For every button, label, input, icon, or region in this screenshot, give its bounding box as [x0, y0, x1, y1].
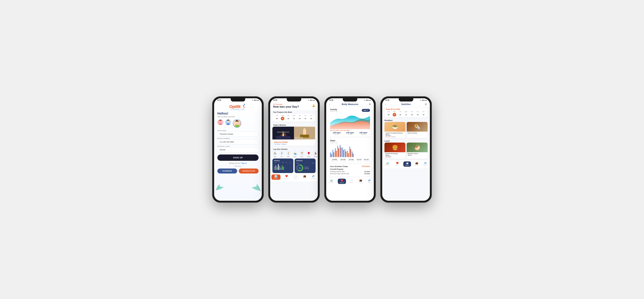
time-display-2: 12:00	[273, 99, 277, 101]
gym-icon: 🏋️	[300, 151, 304, 156]
nav-body-meals[interactable]: 🍽️ MEALS	[348, 179, 355, 184]
steps-date: Today 02 Jun	[330, 142, 370, 144]
nav-meals[interactable]: 🍽️ MEALS	[292, 174, 299, 180]
day-btn[interactable]: DAY ▾	[362, 109, 370, 112]
username-input[interactable]: Theodore Handle	[217, 132, 258, 136]
nav-work[interactable]: 💼 WORK	[302, 174, 308, 180]
dashboard-content: Hi Carnegie, How wes your Day? 🔔 Your Pr…	[270, 102, 318, 201]
day-sat[interactable]: SAT14	[309, 115, 313, 120]
day-thu[interactable]: THU12	[298, 115, 302, 120]
workout-title: Today's Workout	[270, 123, 318, 127]
nav-nutr-health[interactable]: ❤️ HEALTH	[394, 161, 401, 167]
day-wed[interactable]: WED11	[292, 115, 296, 120]
nav-nutr-meals[interactable]: 🍽️ MEALS	[403, 161, 411, 167]
act-name-1: Squatting with the Ball	[330, 171, 344, 172]
log-title: Log other Activites	[270, 147, 318, 151]
bell-icon[interactable]: 🔔	[312, 104, 315, 107]
already-text: Already did this? Sign In	[229, 162, 247, 164]
meal-card-burger[interactable]: 🍔 Bread Cheeseburger 242 Cal 572 Protein…	[384, 143, 406, 159]
activity-chart-svg	[330, 113, 370, 129]
phone-dashboard: 12:00 ▲ ◀ ◆ ▬▬ Hi Carnegie, How wes your…	[268, 96, 320, 203]
meal-card-burrito[interactable]: 🌯 Burrito Chicken	[407, 122, 428, 138]
steps-bar-chart	[330, 145, 370, 158]
signup-button[interactable]: SIGN UP	[217, 154, 258, 161]
act-title: Activity	[330, 108, 338, 111]
meal-card-basil[interactable]: 🥙 Basil blur Chees... 146 Cal	[407, 143, 428, 159]
nutr-settings-icon[interactable]: ⚙	[425, 103, 427, 106]
nutr-day-thu[interactable]: THU12	[410, 111, 414, 117]
activity-zumba[interactable]: 💃 Zumba	[313, 151, 318, 157]
body-meals-icon: 🍽️	[350, 179, 353, 182]
nav-body-work[interactable]: 💼 WORK	[358, 179, 364, 184]
nutr-day-sun[interactable]: SUN08	[387, 111, 390, 117]
phone-screen-nutrition: 12:00 ▲ ◀ ◆ ▬▬ ‹ Nutrition ⚙ Today 09 Ju…	[382, 98, 430, 201]
activity-boxing[interactable]: 🥊 Boxing	[306, 151, 311, 157]
day-fri[interactable]: FRI13	[304, 115, 307, 120]
act-program-title: Crossfit Program:	[330, 168, 370, 170]
social-buttons: FACEBOOK GOOGLE PLUS	[217, 168, 258, 173]
logo-text: Optifit	[229, 104, 240, 109]
week-calendar: SUN08 MON09 TUE10 WED11 THU12 FRI13 SAT1…	[272, 114, 316, 122]
activity-run[interactable]: 🏃 Run	[279, 151, 284, 157]
referral-input[interactable]: 346784	[217, 147, 258, 152]
avatar-male2[interactable]	[233, 119, 241, 128]
dash-header: Hi Carnegie, How wes your Day? 🔔	[270, 102, 318, 110]
hbp-label: HBP +24% CMPR	[330, 130, 339, 131]
nav-body-activity[interactable]: 📊 ACTIVITY	[328, 179, 335, 184]
day-mon[interactable]: MON09	[281, 115, 284, 120]
nutr-sleep-icon: 💤	[424, 162, 427, 164]
act-title-row: Activity Today 02 Jun DAY ▾	[330, 108, 370, 112]
day-tue[interactable]: TUE10	[286, 115, 290, 120]
nav-body-sleep[interactable]: 💤 SLEEP	[366, 179, 372, 184]
gym-label: Gym	[301, 156, 303, 157]
facebook-button[interactable]: FACEBOOK	[217, 168, 237, 173]
nutr-day-wed[interactable]: WED11	[404, 111, 408, 117]
avatar-male1[interactable]	[225, 119, 231, 125]
carrots-img: 🥗	[384, 122, 406, 132]
nav-sleep[interactable]: 💤 SLEEP	[310, 174, 316, 180]
nav-body-health-label: HEALTH	[340, 182, 344, 183]
body-measures-title: Body Measures	[342, 103, 358, 106]
basil-macros: 146 Cal	[408, 155, 427, 156]
nutr-back-arrow[interactable]: ‹	[385, 103, 386, 106]
workout-name: Superset Soldier	[274, 141, 288, 143]
mobile-input[interactable]: (+1) 244 254 3845	[217, 140, 258, 144]
chart-stats: 120 bpm Average 130 bpm Minimal 140 bpm …	[330, 132, 370, 135]
back-arrow[interactable]: ‹	[329, 103, 330, 106]
nutrients-card: Nutrients Sugar Fats 55g Carbs ■	[295, 159, 316, 173]
google-button[interactable]: GOOGLE PLUS	[239, 168, 258, 173]
body-activity-icon: 📊	[330, 179, 333, 182]
nav-activity[interactable]: 📊 ACTIVITY	[272, 174, 280, 180]
nav-nutr-sleep[interactable]: 💤 SLEEP	[422, 161, 428, 167]
activity-cycle[interactable]: 🚴 Cycle	[272, 151, 277, 157]
signin-link[interactable]: Sign In	[242, 162, 247, 164]
nutr-day-mon[interactable]: MON09	[393, 111, 396, 117]
calories-card: Calories Mon Tue Wed Thu Fri	[272, 159, 293, 173]
nav-body-health[interactable]: ❤️ HEALTH	[338, 179, 346, 184]
settings-icon[interactable]: ⚙	[369, 103, 371, 106]
carrots-carb: 02% Carb	[386, 136, 390, 137]
burrito-img: 🌯	[407, 122, 428, 132]
steps-title: Steps	[330, 140, 370, 142]
nav-nutr-activity[interactable]: 📊 ACTIVITY	[384, 161, 391, 167]
workout-img-second: Superset Soldie... Swimming + Weigh...	[294, 127, 315, 140]
avatar-female[interactable]	[217, 119, 224, 125]
nutr-day-fri[interactable]: FRI13	[416, 111, 420, 117]
body-sleep-icon: 💤	[368, 179, 371, 182]
phone-nutrition: 12:00 ▲ ◀ ◆ ▬▬ ‹ Nutrition ⚙ Today 09 Ju…	[380, 96, 432, 203]
nutr-day-sat[interactable]: SAT14	[422, 111, 425, 117]
day-sun[interactable]: SUN08	[275, 115, 279, 120]
act-title-col: Activity Today 02 Jun	[330, 108, 338, 112]
activity-gym[interactable]: 🏋️ Gym	[300, 151, 304, 157]
nav-health[interactable]: ❤️ HEALTH	[283, 174, 290, 180]
activity-swim[interactable]: 🏊 Swim	[293, 151, 298, 157]
nutr-day-tue[interactable]: TUE10	[398, 111, 402, 117]
activity-walk[interactable]: 🚶 Walk	[286, 151, 291, 157]
meal-card-carrots[interactable]: 🥗 Carrots Cucumber Delicious 138 Cal 478…	[384, 122, 406, 138]
burger-cal: 242 Cal	[386, 155, 390, 156]
status-icons-4: ▲ ◀ ◆ ▬▬	[420, 99, 427, 101]
nav-health-label: HEALTH	[284, 178, 289, 179]
notch-3	[343, 98, 357, 102]
nav-nutr-work[interactable]: 💼 WORK	[414, 161, 420, 167]
avatar-male1-img	[226, 120, 231, 125]
